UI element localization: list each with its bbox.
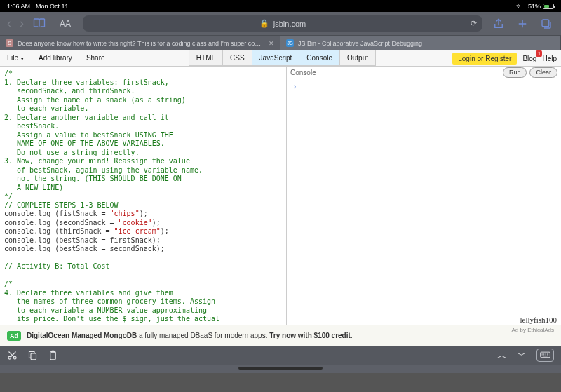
cut-icon[interactable]	[7, 350, 18, 360]
tab-javascript[interactable]: JavaScript	[252, 50, 299, 66]
run-button[interactable]: Run	[503, 67, 527, 78]
url-host: jsbin.com	[273, 20, 306, 28]
keyboard-accessory-bar: ︿ ﹀	[0, 346, 561, 365]
forward-button[interactable]: ›	[20, 16, 24, 31]
tab-title: JS Bin - Collaborative JavaScript Debugg…	[298, 40, 422, 47]
ad-bar[interactable]: Ad DigitalOcean Managed MongoDB a fully …	[0, 325, 561, 346]
clear-button[interactable]: Clear	[529, 67, 557, 78]
wifi-icon: ᯤ	[516, 3, 522, 10]
console-title: Console	[290, 69, 316, 76]
share-button[interactable]	[491, 18, 506, 30]
favicon-icon: S	[6, 39, 13, 47]
home-indicator	[0, 365, 561, 373]
help-link[interactable]: Help	[542, 55, 557, 62]
tabs-button[interactable]	[539, 18, 554, 30]
text-size-button[interactable]: AA	[55, 19, 76, 29]
tab-css[interactable]: CSS	[222, 50, 252, 66]
tab-output[interactable]: Output	[339, 50, 376, 66]
status-time: 1:06 AM	[7, 3, 30, 10]
browser-tab[interactable]: JS JS Bin - Collaborative JavaScript Deb…	[280, 36, 561, 50]
jsbin-toolbar: File▼ Add library Share HTML CSS JavaScr…	[0, 50, 561, 67]
ad-badge: Ad	[7, 331, 21, 341]
safari-toolbar: ‹ › AA 🔒 jsbin.com ⟳	[0, 12, 561, 35]
ad-text: DigitalOcean Managed MongoDB a fully man…	[27, 332, 353, 339]
svg-point-1	[8, 356, 11, 359]
copy-icon[interactable]	[27, 350, 38, 360]
console-pane: Console Run Clear › lellyfish100	[286, 67, 561, 325]
browser-tabstrip: S Does anyone know how to write this rig…	[0, 35, 561, 50]
blog-link[interactable]: Blog 1	[522, 55, 536, 62]
battery-indicator: 51%	[528, 3, 554, 10]
paste-icon[interactable]	[48, 350, 58, 360]
back-button[interactable]: ‹	[7, 16, 11, 31]
browser-tab[interactable]: S Does anyone know how to write this rig…	[0, 36, 280, 50]
ad-attribution[interactable]: Ad by EthicalAds	[512, 327, 554, 333]
svg-rect-0	[542, 20, 549, 27]
close-icon[interactable]: ✕	[269, 40, 274, 47]
keyboard-toggle-icon[interactable]	[536, 349, 554, 362]
svg-point-2	[13, 356, 16, 359]
favicon-icon: JS	[286, 39, 294, 47]
jsbin-app: File▼ Add library Share HTML CSS JavaScr…	[0, 50, 561, 325]
address-bar[interactable]: 🔒 jsbin.com ⟳	[83, 15, 482, 32]
lock-icon: 🔒	[259, 19, 269, 28]
console-prompt: ›	[292, 82, 297, 91]
tab-title: Does anyone know how to write this right…	[18, 40, 264, 47]
prev-field-icon[interactable]: ︿	[497, 349, 507, 362]
code-editor[interactable]: /* 1. Declare three variables: firstSnac…	[0, 67, 286, 325]
tab-html[interactable]: HTML	[189, 50, 222, 66]
ipad-status-bar: 1:06 AM Mon Oct 11 ᯤ 51%	[0, 0, 561, 12]
new-tab-button[interactable]	[515, 18, 530, 30]
bookmarks-icon[interactable]	[32, 16, 46, 32]
share-menu[interactable]: Share	[79, 50, 112, 66]
blog-badge: 1	[536, 50, 542, 57]
refresh-icon[interactable]: ⟳	[471, 19, 477, 28]
tab-console[interactable]: Console	[299, 50, 339, 66]
svg-rect-3	[31, 353, 36, 360]
file-menu[interactable]: File▼	[0, 50, 32, 67]
username-overflow: lellyfish100	[520, 316, 557, 324]
login-register-button[interactable]: Login or Register	[452, 53, 517, 65]
next-field-icon[interactable]: ﹀	[517, 349, 527, 362]
status-date: Mon Oct 11	[36, 3, 69, 10]
console-body[interactable]: › lellyfish100	[287, 79, 561, 325]
add-library-menu[interactable]: Add library	[32, 50, 79, 66]
